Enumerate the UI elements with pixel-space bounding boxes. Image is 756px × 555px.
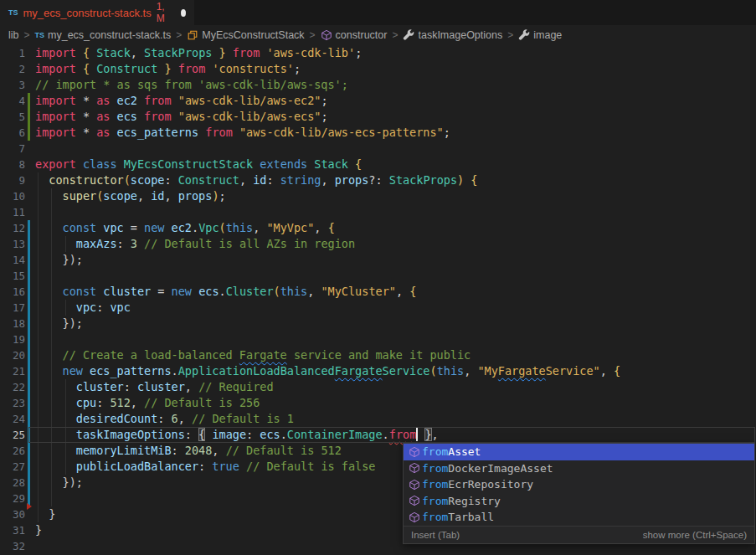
token: : <box>246 428 260 441</box>
token: : <box>124 380 137 393</box>
code-line-3[interactable]: 3// import * as sqs from 'aws-cdk-lib/aw… <box>0 77 756 93</box>
code-line-14[interactable]: 14 }); <box>0 252 756 268</box>
line-number[interactable]: 29 <box>0 492 25 505</box>
line-number[interactable]: 24 <box>0 413 25 425</box>
tab-modified-dot[interactable] <box>181 9 186 17</box>
code-text: }); <box>35 252 756 268</box>
line-number[interactable]: 20 <box>0 349 25 362</box>
indent-guide <box>65 427 66 443</box>
line-number[interactable]: 10 <box>0 190 25 203</box>
breadcrumb-item-image[interactable]: image <box>518 29 562 41</box>
code-line-12[interactable]: 12 const vpc = new ec2.Vpc(this, "MyVpc"… <box>0 220 756 236</box>
code-line-16[interactable]: 16 const cluster = new ecs.Cluster(this,… <box>0 284 756 300</box>
line-number[interactable]: 28 <box>0 476 25 489</box>
indent-guide <box>38 284 39 300</box>
code-line-21[interactable]: 21 new ecs_patterns.ApplicationLoadBalan… <box>0 363 756 379</box>
line-number[interactable]: 22 <box>0 381 25 393</box>
line-number[interactable]: 13 <box>0 238 25 250</box>
code-line-24[interactable]: 24 desiredCount: 6, // Default is 1 <box>0 411 756 427</box>
code-line-13[interactable]: 13 maxAzs: 3 // Default is all AZs in re… <box>0 236 756 252</box>
token: from <box>205 126 233 139</box>
line-number[interactable]: 14 <box>0 254 25 266</box>
indent-guide <box>38 188 39 204</box>
breadcrumb-item-constructor[interactable]: constructor <box>321 29 388 41</box>
token: import <box>35 46 76 59</box>
line-number[interactable]: 27 <box>0 460 25 473</box>
code-line-22[interactable]: 22 cluster: cluster, // Required <box>0 379 756 395</box>
token: Cluster <box>226 285 274 298</box>
typescript-file-icon: TS <box>8 8 18 17</box>
suggestion-item-fromdockerimageasset[interactable]: fromDockerImageAsset <box>404 460 754 477</box>
token: ; <box>355 46 362 59</box>
suggestion-item-fromregistry[interactable]: fromRegistry <box>404 493 754 510</box>
breadcrumb-item-taskimageoptions[interactable]: taskImageOptions <box>403 29 502 41</box>
code-line-15[interactable]: 15 <box>0 268 756 284</box>
token <box>164 221 171 234</box>
breadcrumb-label: MyEcsConstructStack <box>202 29 304 41</box>
suggestion-item-fromtarball[interactable]: fromTarball <box>404 509 754 526</box>
code-line-18[interactable]: 18 }); <box>0 316 756 331</box>
line-number[interactable]: 6 <box>0 126 25 139</box>
line-number[interactable]: 1 <box>0 47 25 59</box>
code-line-2[interactable]: 2import { Construct } from 'constructs'; <box>0 61 756 77</box>
indent-guide <box>38 347 39 363</box>
code-line-17[interactable]: 17 vpc: vpc <box>0 300 756 316</box>
code-line-7[interactable]: 7 <box>0 141 756 157</box>
code-line-20[interactable]: 20 // Create a load-balanced Fargate ser… <box>0 347 756 363</box>
suggestion-rest-text: Tarball <box>448 511 494 523</box>
line-number[interactable]: 23 <box>0 397 25 409</box>
token: { <box>614 364 620 378</box>
code-line-19[interactable]: 19 <box>0 331 756 347</box>
token: ; <box>321 110 327 123</box>
line-number[interactable]: 7 <box>0 142 25 155</box>
line-number[interactable]: 30 <box>0 508 25 521</box>
line-number[interactable]: 21 <box>0 365 25 378</box>
token <box>35 412 76 425</box>
line-number[interactable]: 25 <box>0 429 25 441</box>
line-number[interactable]: 11 <box>0 206 25 218</box>
suggest-show-more-hint[interactable]: show more (Ctrl+Space) <box>643 530 747 540</box>
token: taskImageOptions <box>76 428 185 441</box>
token: true <box>212 460 239 473</box>
suggestion-item-fromasset[interactable]: fromAsset <box>404 444 754 460</box>
token: id <box>253 173 266 187</box>
breadcrumb-item-my-ecs-construct-stack-ts[interactable]: TSmy_ecs_construct-stack.ts <box>35 29 172 41</box>
code-line-5[interactable]: 5import * as ecs from "aws-cdk-lib/aws-e… <box>0 109 756 125</box>
line-number[interactable]: 12 <box>0 222 25 234</box>
line-number[interactable]: 16 <box>0 285 25 298</box>
code-line-11[interactable]: 11 <box>0 204 756 220</box>
breadcrumb-item-lib[interactable]: lib <box>8 29 19 41</box>
line-number[interactable]: 9 <box>0 174 25 187</box>
code-line-23[interactable]: 23 cpu: 512, // Default is 256 <box>0 395 756 411</box>
code-line-10[interactable]: 10 super(scope, id, props); <box>0 188 756 204</box>
token: 512 <box>110 396 130 409</box>
token: { <box>355 157 362 171</box>
code-line-6[interactable]: 6import * as ecs_patterns from "aws-cdk-… <box>0 125 756 141</box>
token: ( <box>274 285 280 298</box>
token: "MyVpc" <box>266 221 314 234</box>
token: vpc <box>110 301 130 314</box>
line-number[interactable]: 2 <box>0 63 25 75</box>
line-number[interactable]: 8 <box>0 158 25 171</box>
line-number[interactable]: 32 <box>0 540 25 552</box>
line-number[interactable]: 26 <box>0 445 25 457</box>
code-line-9[interactable]: 9 constructor(scope: Construct, id: stri… <box>0 172 756 188</box>
code-line-4[interactable]: 4import * as ec2 from "aws-cdk-lib/aws-e… <box>0 93 756 109</box>
gutter <box>25 268 35 284</box>
line-number[interactable]: 17 <box>0 301 25 314</box>
code-line-1[interactable]: 1import { Stack, StackProps } from 'aws-… <box>0 45 756 61</box>
tab-my-ecs-construct-stack[interactable]: TS my_ecs_construct-stack.ts 1, M <box>0 0 194 25</box>
line-number[interactable]: 4 <box>0 95 25 107</box>
code-line-8[interactable]: 8export class MyEcsConstructStack extend… <box>0 157 756 172</box>
line-number[interactable]: 18 <box>0 317 25 330</box>
line-number[interactable]: 31 <box>0 524 25 537</box>
code-line-25[interactable]: 25 taskImageOptions: { image: ecs.Contai… <box>0 427 756 443</box>
line-number[interactable]: 15 <box>0 270 25 282</box>
indent-guide <box>38 220 39 236</box>
line-number[interactable]: 3 <box>0 79 25 91</box>
breadcrumb-item-myecsconstructstack[interactable]: MyEcsConstructStack <box>187 29 304 41</box>
line-number[interactable]: 19 <box>0 333 25 346</box>
suggestion-item-fromecrrepository[interactable]: fromEcrRepository <box>404 476 754 493</box>
line-number[interactable]: 5 <box>0 110 25 123</box>
token: , <box>185 380 198 393</box>
